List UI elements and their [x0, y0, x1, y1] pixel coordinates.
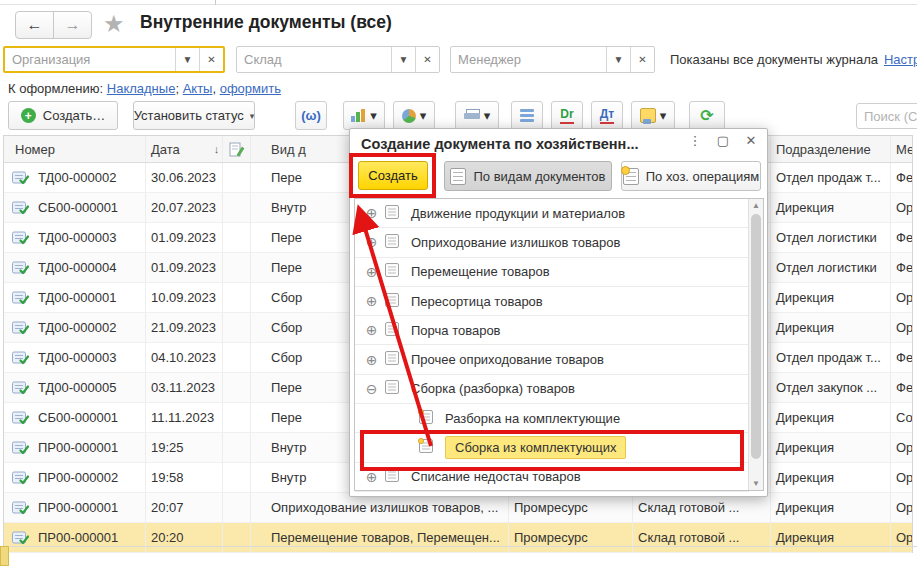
combo-arrow-icon[interactable]: ▼ — [606, 47, 630, 72]
edo-button[interactable]: ▾ — [631, 101, 675, 130]
document-kind: Внутр — [271, 440, 307, 455]
organization-filter[interactable]: Организация ▼ ✕ — [3, 46, 225, 73]
tree-item[interactable]: ⊕ Прочее оприходование товаров — [355, 345, 749, 374]
document-department: Дирекция — [776, 440, 834, 455]
related-documents-button[interactable] — [511, 101, 543, 130]
document-date: 20:07 — [151, 500, 184, 515]
document-number: ТД00-000003 — [38, 230, 116, 245]
column-date[interactable]: Дата↓ — [146, 136, 223, 162]
expander-icon[interactable]: ⊕ — [364, 205, 379, 221]
document-number: ПР00-000001 — [38, 500, 118, 515]
tree-item-label: Перемещение товаров — [411, 264, 550, 279]
expander-icon[interactable]: ⊕ — [364, 322, 379, 338]
document-manager: Ор — [896, 320, 912, 335]
document-manager: Фе — [896, 260, 912, 275]
expander-icon[interactable]: ⊕ — [364, 352, 379, 368]
dt-kt-button[interactable]: Дт — [591, 101, 623, 130]
tree-doc-icon — [384, 321, 400, 340]
dr-cr-icon: Dr — [560, 107, 573, 123]
tree-item[interactable]: ⊕ Порча товаров — [355, 316, 749, 345]
broadcast-button[interactable]: (ω) — [295, 101, 327, 130]
tree-item[interactable]: Сборка из комплектующих — [355, 433, 749, 462]
back-button[interactable]: ← — [16, 12, 54, 38]
tree-item[interactable]: ⊕ Движение продукции и материалов — [355, 199, 749, 228]
scroll-thumb[interactable] — [751, 214, 761, 459]
set-status-button[interactable]: Установить статус ▾ — [133, 101, 255, 130]
journal-note: Показаны все документы журналаНастр — [670, 52, 917, 67]
warehouse-placeholder: Склад — [237, 47, 391, 72]
invoices-link[interactable]: Накладные — [107, 81, 176, 96]
tree-scrollbar[interactable]: ▲ ▼ — [748, 199, 763, 490]
tree-item[interactable]: ⊕ Оприходование излишков товаров — [355, 228, 749, 257]
document-kind: Пере — [271, 380, 302, 395]
refresh-button[interactable]: ⟳ — [689, 101, 725, 130]
tree-item[interactable]: ⊖ Сборка (разборка) товаров — [355, 375, 749, 404]
issue-link[interactable]: оформить — [220, 81, 281, 96]
by-document-types-button[interactable]: По видам документов — [444, 161, 612, 191]
clear-icon[interactable]: ✕ — [415, 47, 439, 72]
clear-icon[interactable]: ✕ — [630, 47, 654, 72]
tree-item-label: Оприходование излишков товаров — [411, 235, 620, 250]
tree-item[interactable]: ⊕ Перемещение товаров — [355, 258, 749, 287]
favorite-star-icon[interactable]: ★ — [103, 10, 125, 38]
dialog-title: Создание документа по хозяйственн... — [361, 136, 638, 152]
tree-doc-icon — [384, 379, 400, 398]
forward-button[interactable]: → — [54, 12, 91, 38]
broadcast-icon: (ω) — [301, 108, 321, 123]
clear-icon[interactable]: ✕ — [199, 48, 223, 71]
scroll-up-icon[interactable]: ▲ — [749, 199, 763, 212]
manager-filter[interactable]: Менеджер ▼ ✕ — [450, 46, 655, 73]
posted-document-icon — [12, 201, 29, 215]
expander-icon[interactable]: ⊕ — [364, 293, 379, 309]
combo-arrow-icon[interactable]: ▼ — [175, 48, 199, 71]
search-placeholder: Поиск (Ct — [864, 109, 917, 124]
search-input[interactable]: Поиск (Ct — [856, 103, 917, 129]
expander-icon[interactable]: ⊖ — [364, 381, 379, 397]
posted-document-icon — [12, 171, 29, 185]
expander-icon[interactable]: ⊕ — [364, 234, 379, 250]
scroll-down-icon[interactable]: ▼ — [749, 477, 763, 490]
report-chart-button[interactable]: ▾ — [343, 101, 385, 130]
journal-settings-link[interactable]: Настр — [884, 52, 917, 67]
posted-document-icon — [12, 531, 29, 545]
document-manager: Фе — [896, 230, 912, 245]
tree-item[interactable]: ⊕ Списание недостач товаров — [355, 463, 749, 492]
dr-cr-button[interactable]: Dr — [551, 101, 583, 130]
tree-item-label: Пересортица товаров — [411, 294, 543, 309]
dialog-close-icon[interactable]: ✕ — [743, 133, 759, 148]
tree-doc-icon — [418, 438, 434, 457]
dialog-menu-icon[interactable]: ⋮ — [687, 133, 703, 148]
column-number[interactable]: Номер — [4, 136, 146, 162]
document-kind: Сбор — [271, 350, 302, 365]
document-manager: Ор — [896, 530, 912, 545]
tree-item[interactable]: ⊕ Пересортица товаров — [355, 287, 749, 316]
expander-icon[interactable]: ⊕ — [364, 264, 379, 280]
expander-icon[interactable]: ⊕ — [364, 469, 379, 485]
dialog-maximize-icon[interactable]: ▢ — [715, 133, 731, 148]
document-date: 11.11.2023 — [151, 410, 214, 425]
document-date: 30.06.2023 — [151, 170, 216, 185]
column-department[interactable]: Подразделение — [771, 136, 891, 162]
column-manager[interactable]: Ме — [891, 136, 912, 162]
document-department: Дирекция — [776, 200, 834, 215]
report-pie-button[interactable]: ▾ — [393, 101, 435, 130]
dialog-create-button[interactable]: Создать — [358, 161, 428, 190]
document-manager: Фе — [896, 380, 912, 395]
print-button[interactable]: ▾ — [455, 101, 499, 130]
table-row[interactable]: ПР00-000001 20:07 Оприходование излишков… — [4, 493, 912, 523]
tree-doc-icon — [384, 262, 400, 281]
document-date: 04.10.2023 — [151, 350, 216, 365]
operations-tree: ⊕ Движение продукции и материалов ⊕ Опри… — [354, 198, 764, 491]
warehouse-filter[interactable]: Склад ▼ ✕ — [236, 46, 440, 73]
tree-item[interactable]: Разборка на комплектующие — [355, 404, 749, 433]
create-button[interactable]: + Создать… — [8, 101, 118, 130]
document-department: Дирекция — [776, 530, 834, 545]
document-department: Дирекция — [776, 290, 834, 305]
column-edit-flag[interactable] — [223, 136, 251, 162]
combo-arrow-icon[interactable]: ▼ — [391, 47, 415, 72]
document-date: 19:25 — [151, 440, 184, 455]
by-operations-button[interactable]: По хоз. операциям — [621, 161, 761, 191]
table-row[interactable]: ПР00-000001 20:20 Перемещение товаров, П… — [4, 523, 912, 553]
bar-chart-icon — [351, 109, 366, 122]
acts-link[interactable]: Акты — [183, 81, 213, 96]
